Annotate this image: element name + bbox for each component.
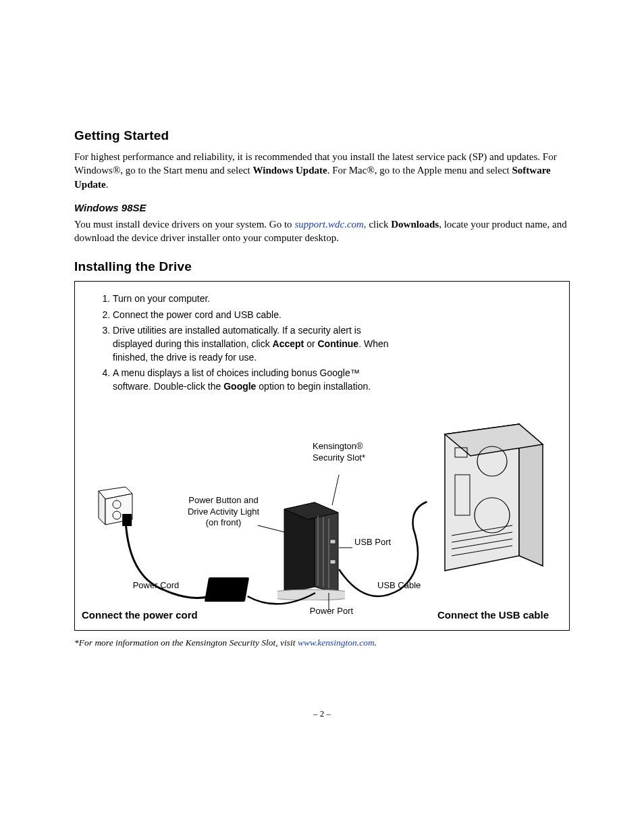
cables-icon xyxy=(75,434,569,630)
install-steps-list: Turn on your computer. Connect the power… xyxy=(91,292,390,393)
text: . xyxy=(375,637,377,648)
step-2: Connect the power cord and USB cable. xyxy=(113,309,390,322)
text-bold: Accept xyxy=(273,338,304,349)
step-4: A menu displays a list of choices includ… xyxy=(113,367,390,393)
label-connect-usb: Connect the USB cable xyxy=(437,609,549,621)
label-power-cord: Power Cord xyxy=(129,580,183,591)
step-3: Drive utilities are installed automatica… xyxy=(113,324,390,364)
heading-installing-drive: Installing the Drive xyxy=(74,259,570,274)
label-connect-power: Connect the power cord xyxy=(82,609,198,621)
text-bold: Continue xyxy=(318,338,359,349)
subheading-windows-98se: Windows 98SE xyxy=(74,202,570,213)
text: . xyxy=(106,179,109,190)
text: You must install device drivers on your … xyxy=(74,219,294,230)
text: *For more information on the Kensington … xyxy=(74,637,298,648)
windows-98se-paragraph: You must install device drivers on your … xyxy=(74,217,570,245)
page-number: – 2 – xyxy=(0,708,644,719)
text: option to begin installation. xyxy=(256,381,371,392)
svg-line-26 xyxy=(332,475,339,505)
text-bold: Windows Update xyxy=(253,165,327,176)
svg-rect-25 xyxy=(122,514,132,526)
text: click xyxy=(367,219,392,230)
text-bold: Downloads xyxy=(391,219,439,230)
label-power-button: Power Button and Drive Activity Light (o… xyxy=(183,495,264,528)
text: . For Mac®, go to the Apple menu and sel… xyxy=(327,165,512,176)
text: or xyxy=(304,338,317,349)
label-power-port: Power Port xyxy=(304,606,358,617)
footnote: *For more information on the Kensington … xyxy=(74,637,570,648)
text-bold: Google xyxy=(223,381,256,392)
getting-started-paragraph: For highest performance and reliability,… xyxy=(74,150,570,191)
connection-diagram: Kensington® Security Slot* Power Button … xyxy=(75,434,569,630)
step-1: Turn on your computer. xyxy=(113,292,390,306)
link-kensington[interactable]: www.kensington.com xyxy=(298,637,375,648)
label-usb-cable: USB Cable xyxy=(377,580,421,591)
installation-box: Turn on your computer. Connect the power… xyxy=(74,281,570,631)
heading-getting-started: Getting Started xyxy=(74,128,570,143)
link-support-wdc[interactable]: support.wdc.com, xyxy=(294,219,366,230)
label-kensington-slot: Kensington® Security Slot* xyxy=(313,441,373,463)
label-usb-port: USB Port xyxy=(354,537,391,548)
